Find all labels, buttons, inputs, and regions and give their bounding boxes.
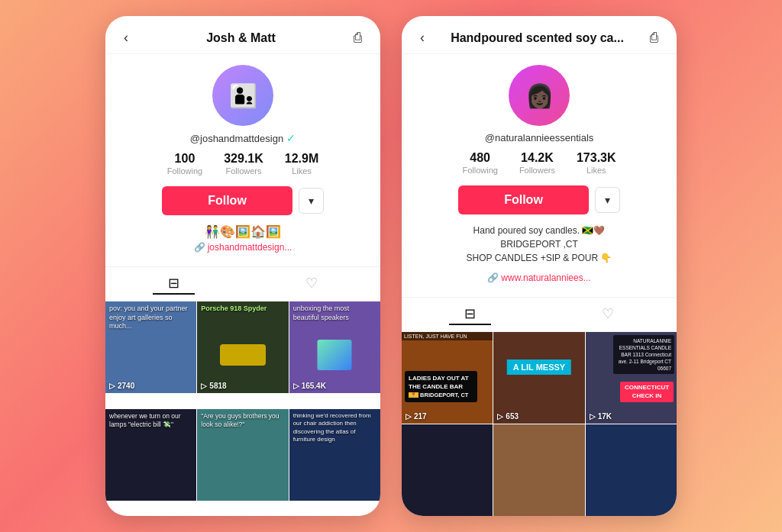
back-button-2[interactable]: ‹ — [415, 28, 429, 47]
dropdown-button-2[interactable]: ▾ — [595, 187, 620, 213]
count-text-2-2: 653 — [506, 412, 519, 421]
phone-2-title: Handpoured scented soy ca... — [429, 31, 645, 45]
video-grid-2: LISTEN, JUST HAVE FUN LADIES DAY OUT AT … — [402, 332, 677, 516]
video-cell-1-1[interactable]: pov: you and your partner enjoy art gall… — [105, 301, 196, 393]
count-text-1-2: 5818 — [209, 382, 226, 390]
video-caption-1-2: Porsche 918 Spyder — [201, 305, 284, 314]
video-cell-2-4[interactable] — [402, 424, 493, 516]
play-icon: ▷ — [109, 382, 115, 390]
tab-grid-2[interactable]: ⊟ — [449, 304, 491, 325]
stats-row-2: 480 Following 14.2K Followers 173.3K Lik… — [462, 151, 616, 175]
tab-liked-2[interactable]: ♡ — [586, 304, 629, 325]
avatar-image-1: 👨‍👦 — [212, 65, 273, 126]
stat-followers-label-2: Followers — [519, 166, 555, 175]
count-text-1-1: 2740 — [118, 382, 134, 390]
video-cell-2-5[interactable] — [493, 424, 584, 516]
video-cell-1-6[interactable]: thinking we'd recovered from our chair a… — [289, 409, 380, 501]
play-icon-5: ▷ — [497, 412, 503, 421]
video-caption-1-4: whenever we turn on our lamps "electric … — [109, 412, 192, 429]
video-count-1-3: ▷165.4K — [293, 382, 326, 390]
video-count-1-2: ▷5818 — [201, 382, 226, 390]
share-button-1[interactable]: ⎙ — [349, 28, 367, 47]
avatar-1: 👨‍👦 — [212, 65, 273, 126]
video-count-1-1: ▷2740 — [109, 382, 134, 390]
messy-overlay: A LIL MESSY — [507, 360, 571, 375]
link-icon-2: 🔗 — [487, 272, 499, 283]
tabs-row-2: ⊟ ♡ — [402, 297, 677, 332]
stat-followers-1: 329.1K Followers — [224, 152, 263, 176]
follow-row-1: Follow ▾ — [162, 186, 324, 215]
bio-line-3: SHOP CANDLES +SIP & POUR 👇 — [467, 251, 612, 265]
tab-liked-1[interactable]: ♡ — [290, 273, 333, 295]
video-caption-1-3: unboxing the most beautiful speakers — [293, 305, 376, 322]
phone-2-header: ‹ Handpoured scented soy ca... ⎙ — [402, 16, 677, 54]
video-cell-2-6[interactable] — [586, 424, 677, 516]
stat-likes-label-1: Likes — [292, 166, 312, 176]
phone-1: ‹ Josh & Matt ⎙ 👨‍👦 @joshandmattdesign ✓… — [105, 16, 380, 516]
video-caption-1-1: pov: you and your partner enjoy art gall… — [109, 305, 192, 331]
bio-link-2[interactable]: 🔗 www.naturalanniees... — [487, 272, 590, 283]
bio-emojis-1: 👫🎨🖼️🏠🖼️ — [205, 224, 281, 239]
stat-following-label-1: Following — [167, 166, 202, 176]
link-icon-1: 🔗 — [194, 242, 205, 253]
verified-badge-1: ✓ — [286, 132, 296, 144]
stat-followers-value-1: 329.1K — [224, 152, 263, 166]
tabs-row-1: ⊟ ♡ — [105, 266, 380, 301]
stat-following-value-2: 480 — [470, 151, 490, 165]
phone-1-title: Josh & Matt — [133, 31, 349, 45]
stat-following-value-1: 100 — [175, 152, 196, 166]
username-row-2: @naturalannieessentials — [485, 132, 594, 143]
tab-grid-1[interactable]: ⊟ — [153, 273, 195, 295]
count-text-2-3: 17K — [598, 412, 612, 421]
bio-section-2: Hand poured soy candles. 🇯🇲🤎 BRIDGEPORT … — [459, 224, 620, 265]
username-2: @naturalannieessentials — [485, 132, 594, 143]
username-row-1: @joshandmattdesign ✓ — [190, 132, 296, 144]
video-cell-1-2[interactable]: Porsche 918 Spyder ▷5818 — [197, 301, 288, 393]
avatar-image-2: 👩🏿 — [509, 65, 570, 126]
count-text-2-1: 217 — [414, 412, 427, 421]
phone-2: ‹ Handpoured scented soy ca... ⎙ 👩🏿 @nat… — [402, 16, 677, 516]
stat-likes-value-1: 12.9M — [285, 152, 318, 166]
follow-button-2[interactable]: Follow — [458, 185, 589, 214]
count-text-1-3: 165.4K — [302, 382, 326, 390]
video-cell-1-4[interactable]: whenever we turn on our lamps "electric … — [105, 409, 196, 501]
video-cell-1-3[interactable]: unboxing the most beautiful speakers ▷16… — [289, 301, 380, 393]
follow-row-2: Follow ▾ — [458, 185, 620, 214]
stat-likes-label-2: Likes — [586, 166, 606, 175]
video-caption-1-6: thinking we'd recovered from our chair a… — [293, 412, 376, 444]
stats-row-1: 100 Following 329.1K Followers 12.9M Lik… — [167, 152, 319, 176]
bio-link-1[interactable]: 🔗 joshandmattdesign... — [194, 242, 292, 253]
share-button-2[interactable]: ⎙ — [645, 28, 663, 47]
link-text-2: www.naturalanniees... — [501, 272, 590, 283]
back-button-1[interactable]: ‹ — [119, 28, 133, 47]
bio-line-2: BRIDGEPORT ,CT — [467, 237, 612, 251]
video-cell-2-2[interactable]: A LIL MESSY ▷653 — [493, 332, 584, 424]
video-cell-2-1[interactable]: LISTEN, JUST HAVE FUN LADIES DAY OUT AT … — [402, 332, 493, 424]
stat-likes-2: 173.3K Likes — [577, 151, 616, 175]
stat-followers-label-1: Followers — [225, 166, 261, 176]
play-icon-4: ▷ — [406, 412, 412, 421]
bio-line-1: Hand poured soy candles. 🇯🇲🤎 — [467, 224, 612, 237]
profile-section-1: 👨‍👦 @joshandmattdesign ✓ 100 Following 3… — [105, 54, 380, 266]
stat-following-label-2: Following — [462, 166, 497, 175]
link-text-1: joshandmattdesign... — [208, 242, 292, 253]
video-cell-1-5[interactable]: "Are you guys brothers you look so alike… — [197, 409, 288, 501]
connecticut-check-in-overlay: CONNECTICUT CHECK IN — [620, 382, 674, 402]
stat-likes-1: 12.9M Likes — [285, 152, 318, 176]
play-icon-2: ▷ — [201, 382, 207, 390]
dropdown-button-1[interactable]: ▾ — [299, 188, 324, 214]
video-cell-2-3[interactable]: NATURALANNIE ESSENTIALS CANDLE BAR 1313 … — [586, 332, 677, 424]
stat-followers-value-2: 14.2K — [521, 151, 554, 165]
stat-followers-2: 14.2K Followers — [519, 151, 555, 175]
video-count-2-3: ▷17K — [590, 412, 612, 421]
avatar-2: 👩🏿 — [509, 65, 570, 126]
play-icon-6: ▷ — [590, 412, 596, 421]
video-count-2-2: ▷653 — [497, 412, 519, 421]
play-icon-3: ▷ — [293, 382, 299, 390]
stat-following-1: 100 Following — [167, 152, 202, 176]
stat-following-2: 480 Following — [462, 151, 497, 175]
video-grid-1: pov: you and your partner enjoy art gall… — [105, 301, 380, 516]
video-count-2-1: ▷217 — [406, 412, 427, 421]
nat-essentials-overlay: NATURALANNIE ESSENTIALS CANDLE BAR 1313 … — [613, 335, 674, 374]
follow-button-1[interactable]: Follow — [162, 186, 292, 215]
